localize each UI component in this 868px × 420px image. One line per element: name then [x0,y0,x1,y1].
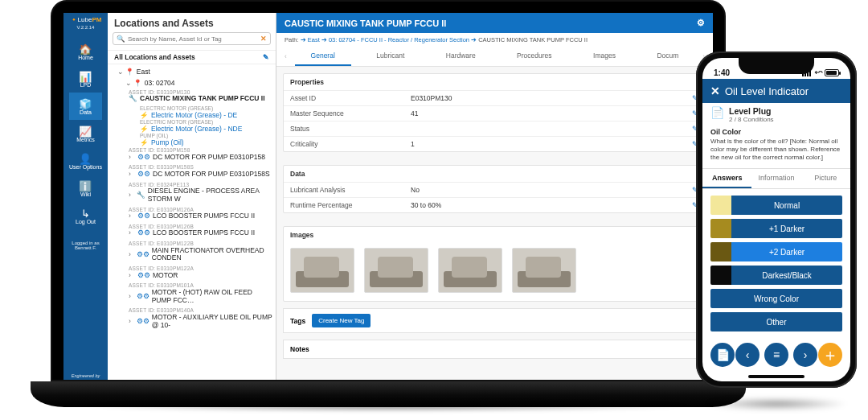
tab-general[interactable]: General [295,47,351,66]
footer-prev-button[interactable]: ‹ [735,343,760,367]
image-thumbnail[interactable] [290,248,354,293]
asset-name-row: › ⚙⚙LCO BOOSTER PUMPS FCCU II [129,212,272,220]
breadcrumb-item[interactable]: 03: 02704 - FCCU II - Reactor / Regenera… [329,36,469,43]
tree-body: ⌄ 📍 East ⌄ 📍 03: 02704 ASSET ID: E0310PM… [108,64,276,380]
asset-name-row: › ⚙⚙DC MOTOR FOR PUMP E0310P158 [129,154,272,162]
asset-item[interactable]: ASSET ID: E0310PM158S› ⚙⚙DC MOTOR FOR PU… [108,163,276,180]
asset-sub-item[interactable]: ELECTRIC MOTOR (GREASE)⚡Electric Motor (… [108,105,276,119]
footer-doc-button[interactable]: 📄 [710,343,735,367]
answer-option[interactable]: +1 Darker [710,219,842,238]
asset-item[interactable]: ASSET ID: E0310PM126B› ⚙⚙LCO BOOSTER PUM… [108,223,276,240]
asset-item[interactable]: ASSET ID: E0310PM158› ⚙⚙DC MOTOR FOR PUM… [108,146,276,163]
answer-option[interactable]: Normal [710,196,842,215]
brand-logo: 🔸LubePM [70,16,102,23]
footer-list-button[interactable]: ≡ [764,343,788,367]
tabs-prev-icon[interactable]: ‹ [281,52,290,60]
tab-docum[interactable]: Docum [641,47,694,66]
gears-icon: ⚙⚙ [137,293,149,301]
rail-icon: 📊 [69,72,102,82]
caret-right-icon[interactable]: › [129,212,135,220]
phone-tab-information[interactable]: Information [751,169,800,188]
create-tag-button[interactable]: Create New Tag [312,314,371,327]
question-text: What is the color of the oil? [Note: Nor… [710,138,842,162]
caret-down-icon[interactable]: ⌄ [117,68,124,76]
asset-item[interactable]: ASSET ID: E0310PM130🔧CAUSTIC MIXING TANK… [108,89,276,105]
phone-notch [739,58,814,74]
caret-right-icon[interactable]: › [129,293,134,301]
all-locations-row[interactable]: All Locations and Assets ✎ [108,50,276,64]
data-panel: Data Lubricant AnalysisNo✎Runtime Percen… [283,165,706,213]
image-thumbnail[interactable] [512,248,576,293]
asset-item[interactable]: ASSET ID: E0310PM101A› ⚙⚙MOTOR - (HOT) R… [108,282,276,307]
tab-images[interactable]: Images [577,47,632,66]
rail-label: Log Out [69,219,102,224]
image-thumbnail[interactable] [364,248,428,293]
phone-tab-answers[interactable]: Answers [702,169,751,188]
rail-label: Metrics [69,137,102,142]
asset-item[interactable]: ASSET ID: E0310PM122B› ⚙⚙MAIN FRACTIONAT… [108,240,276,265]
rail-item-home[interactable]: 🏠Home [69,38,102,65]
caret-right-icon[interactable]: › [129,171,135,179]
properties-panel: Properties Asset IDE0310PM130✎Master Seq… [283,73,706,152]
phone-tab-picture[interactable]: Picture [801,169,850,188]
property-value: 30 to 60% [404,198,685,212]
edit-icon[interactable]: ✎ [263,53,269,61]
asset-item[interactable]: ASSET ID: E0310PM140A› ⚙⚙MOTOR - AUXILIA… [108,307,276,331]
property-key: Master Sequence [284,106,404,121]
answer-option[interactable]: Other [710,312,842,331]
rail-item-log-out[interactable]: ↳Log Out [69,202,102,229]
search-input[interactable] [128,35,260,43]
footer-next-button[interactable]: › [793,343,817,367]
caret-right-icon[interactable]: › [129,272,135,280]
footer-add-button[interactable]: ＋ [818,343,842,367]
asset-name: LCO BOOSTER PUMPS FCCU II [153,229,255,237]
rail-item-data[interactable]: 🧊Data [69,93,102,120]
caret-down-icon[interactable]: ⌄ [125,79,132,87]
property-key: Runtime Percentage [284,198,404,212]
answer-option[interactable]: Wrong Color [710,289,842,308]
caret-right-icon[interactable]: › [129,154,135,162]
rail-item-wiki[interactable]: ℹ️Wiki [69,175,102,202]
clear-search-icon[interactable]: ✕ [260,35,267,43]
detail-title-bar: CAUSTIC MIXING TANK PUMP FCCU II ⚙ [276,13,713,33]
path-label: Path: [285,36,299,43]
asset-item[interactable]: ASSET ID: E0310PM122A› ⚙⚙MOTOR [108,265,276,282]
caret-right-icon[interactable]: › [129,318,134,326]
rail-item-lpd[interactable]: 📊LPD [69,65,102,93]
color-swatch [710,196,731,215]
caret-right-icon[interactable]: › [129,191,134,200]
gear-icon[interactable]: ⚙ [697,18,705,28]
asset-sub-item[interactable]: PUMP (OIL)⚡Pump (Oil) [108,133,276,146]
answer-option[interactable]: Darkest/Black [710,266,842,285]
tree-node-east[interactable]: ⌄ 📍 East [108,66,276,77]
tree-node-02704[interactable]: ⌄ 📍 03: 02704 [108,77,276,89]
rail-item-metrics[interactable]: 📈Metrics [69,120,102,147]
asset-item[interactable]: ASSET ID: E0310PM126A› ⚙⚙LCO BOOSTER PUM… [108,206,276,223]
search-bar[interactable]: 🔍 ✕ [113,32,271,45]
close-icon[interactable]: ✕ [710,84,720,97]
phone-sub-title: Level Plug [729,106,774,116]
asset-sub-item[interactable]: ELECTRIC MOTOR (GREASE)⚡Electric Motor (… [108,119,276,133]
caret-right-icon[interactable]: › [129,229,135,237]
property-value [404,126,685,132]
detail-panel: CAUSTIC MIXING TANK PUMP FCCU II ⚙ Path:… [276,13,713,380]
rail-item-user-options[interactable]: 👤User Options [69,147,102,175]
answer-option[interactable]: +2 Darker [710,242,842,261]
tab-lubricant[interactable]: Lubricant [360,47,420,66]
phone-title: Oil Level Indicator [725,85,809,97]
engineered-by: Engineered by [72,373,100,380]
asset-item[interactable]: ASSET ID: E0324PE113› 🔧DIESEL ENGINE - P… [108,181,276,206]
asset-name: CAUSTIC MIXING TANK PUMP FCCU II [140,95,265,103]
tab-procedures[interactable]: Procedures [501,47,567,66]
breadcrumb-item[interactable]: East [308,36,320,43]
rail-label: Data [69,109,102,115]
nav-rail: 🔸LubePM V.2.2.14 🏠Home📊LPD🧊Data📈Metrics👤… [63,13,108,380]
rail-icon: ↳ [69,208,102,219]
sub-name: Electric Motor (Grease) - NDE [151,125,242,133]
caret-right-icon[interactable]: › [129,251,134,259]
asset-name: DC MOTOR FOR PUMP E0310P158S [153,171,270,179]
tab-hardware[interactable]: Hardware [430,47,492,66]
image-thumbnail[interactable] [438,248,502,293]
rail-label: Home [69,55,102,60]
question-header: Oil Color [710,128,842,136]
